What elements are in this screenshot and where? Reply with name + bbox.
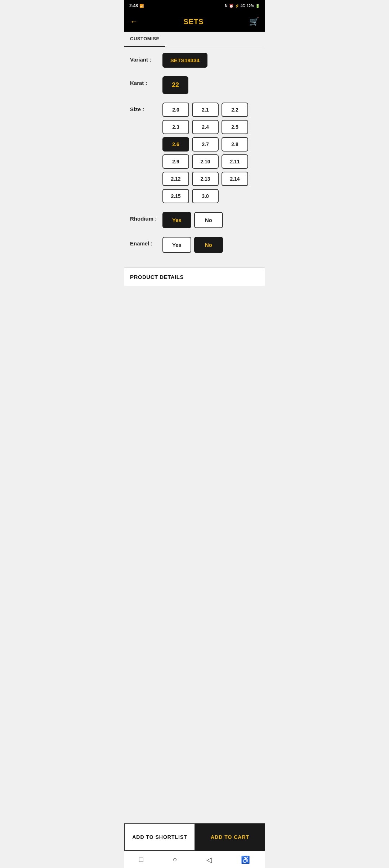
content-area: Variant : SETS19334 Karat : 22 Size : 2.…: [124, 47, 265, 267]
status-bar: 2:48 📶 N ⏰ ⚡ 4G 12% 🔋: [124, 0, 265, 12]
rhodium-yes-button[interactable]: Yes: [162, 212, 191, 228]
enamel-no-button[interactable]: No: [194, 237, 223, 253]
product-details-section: PRODUCT DETAILS: [124, 267, 265, 286]
variant-label: Variant :: [130, 53, 162, 63]
enamel-yes-button[interactable]: Yes: [162, 237, 191, 253]
enamel-row: Enamel : Yes No: [130, 237, 259, 253]
battery-display: 12%: [247, 4, 254, 8]
size-btn-2-13[interactable]: 2.13: [192, 172, 219, 186]
rhodium-no-button[interactable]: No: [194, 212, 223, 228]
variant-content: SETS19334: [162, 53, 259, 68]
nfc-icon: N: [225, 4, 227, 8]
network-icon: 4G: [241, 4, 245, 8]
enamel-label: Enamel :: [130, 237, 162, 247]
tab-customise[interactable]: CUSTOMISE: [124, 32, 165, 47]
size-btn-2-8[interactable]: 2.8: [222, 137, 248, 152]
size-btn-2-14[interactable]: 2.14: [222, 172, 248, 186]
cart-icon[interactable]: 🛒: [249, 17, 259, 26]
size-options: 2.0 2.1 2.2 2.3 2.4 2.5 2.6 2.7 2.8 2.9 …: [162, 103, 259, 203]
battery-icon: 🔋: [255, 4, 260, 8]
status-right: N ⏰ ⚡ 4G 12% 🔋: [225, 4, 260, 8]
size-btn-2-15[interactable]: 2.15: [162, 189, 189, 203]
size-btn-2-6[interactable]: 2.6: [162, 137, 189, 152]
rhodium-options: Yes No: [162, 212, 259, 228]
size-btn-2-3[interactable]: 2.3: [162, 120, 189, 134]
bluetooth-icon: ⚡: [235, 4, 239, 8]
status-left: 2:48 📶: [129, 3, 144, 8]
size-btn-2-5[interactable]: 2.5: [222, 120, 248, 134]
enamel-options: Yes No: [162, 237, 259, 253]
tab-bar: CUSTOMISE: [124, 32, 265, 47]
karat-label: Karat :: [130, 76, 162, 86]
size-btn-2-7[interactable]: 2.7: [192, 137, 219, 152]
size-btn-3-0[interactable]: 3.0: [192, 189, 219, 203]
size-btn-2-0[interactable]: 2.0: [162, 103, 189, 117]
size-label: Size :: [130, 103, 162, 112]
karat-content: 22: [162, 76, 259, 94]
back-button[interactable]: ←: [130, 17, 138, 26]
size-btn-2-9[interactable]: 2.9: [162, 154, 189, 169]
product-details-title: PRODUCT DETAILS: [130, 274, 259, 280]
alarm-icon: ⏰: [229, 4, 233, 8]
rhodium-label: Rhodium :: [130, 212, 162, 222]
size-btn-2-1[interactable]: 2.1: [192, 103, 219, 117]
variant-row: Variant : SETS19334: [130, 53, 259, 68]
rhodium-row: Rhodium : Yes No: [130, 212, 259, 228]
size-btn-2-12[interactable]: 2.12: [162, 172, 189, 186]
size-btn-2-4[interactable]: 2.4: [192, 120, 219, 134]
karat-row: Karat : 22: [130, 76, 259, 94]
karat-button[interactable]: 22: [162, 76, 188, 94]
time-display: 2:48: [129, 3, 138, 8]
size-row: Size : 2.0 2.1 2.2 2.3 2.4 2.5 2.6 2.7 2…: [130, 103, 259, 203]
size-btn-2-11[interactable]: 2.11: [222, 154, 248, 169]
signal-icon: 📶: [139, 4, 144, 8]
page-title: SETS: [183, 18, 204, 26]
variant-button[interactable]: SETS19334: [162, 53, 207, 68]
top-nav: ← SETS 🛒: [124, 12, 265, 32]
size-btn-2-2[interactable]: 2.2: [222, 103, 248, 117]
size-btn-2-10[interactable]: 2.10: [192, 154, 219, 169]
